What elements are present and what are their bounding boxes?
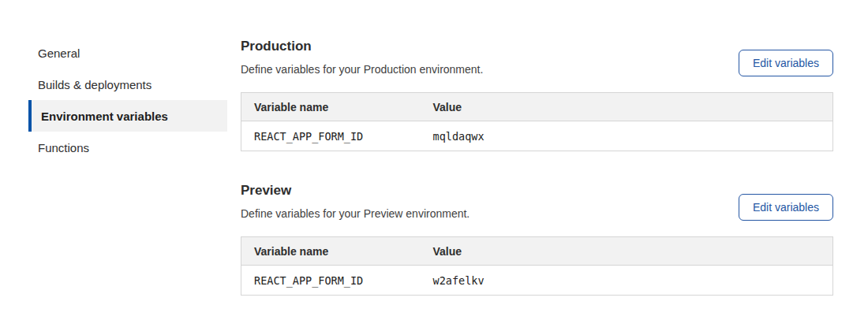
settings-sidebar: General Builds & deployments Environment…: [28, 37, 227, 296]
environment-variables-panel: Production Define variables for your Pro…: [241, 37, 833, 296]
sidebar-item-builds-deployments[interactable]: Builds & deployments: [28, 69, 227, 100]
sidebar-item-general[interactable]: General: [28, 37, 227, 69]
preview-section-description: Define variables for your Preview enviro…: [241, 207, 470, 220]
preview-section: Preview Define variables for your Previe…: [241, 181, 833, 296]
preview-variables-table: Variable name Value REACT_APP_FORM_ID w2…: [241, 236, 833, 296]
variable-value-cell: w2afelkv: [421, 266, 833, 296]
variable-value-cell: mqldaqwx: [421, 121, 833, 151]
preview-section-info: Preview Define variables for your Previe…: [241, 181, 470, 220]
column-header-value: Value: [421, 93, 833, 121]
variable-name-cell: REACT_APP_FORM_ID: [241, 121, 421, 151]
production-section-header: Production Define variables for your Pro…: [241, 37, 833, 76]
variable-name-cell: REACT_APP_FORM_ID: [241, 266, 421, 296]
production-section: Production Define variables for your Pro…: [241, 37, 833, 151]
edit-variables-button-preview[interactable]: Edit variables: [739, 194, 833, 221]
table-header-row: Variable name Value: [241, 237, 833, 266]
table-row: REACT_APP_FORM_ID w2afelkv: [241, 266, 833, 296]
production-section-info: Production Define variables for your Pro…: [241, 37, 483, 76]
column-header-variable-name: Variable name: [241, 237, 421, 266]
preview-section-header: Preview Define variables for your Previe…: [241, 181, 833, 221]
table-row: REACT_APP_FORM_ID mqldaqwx: [241, 121, 833, 151]
edit-variables-button-production[interactable]: Edit variables: [739, 50, 833, 76]
column-header-variable-name: Variable name: [241, 93, 421, 121]
settings-page: General Builds & deployments Environment…: [0, 0, 868, 296]
preview-section-title: Preview: [241, 183, 470, 199]
column-header-value: Value: [421, 237, 833, 266]
production-section-title: Production: [241, 39, 483, 54]
production-section-description: Define variables for your Production env…: [241, 63, 483, 76]
table-header-row: Variable name Value: [241, 93, 833, 121]
sidebar-item-functions[interactable]: Functions: [28, 132, 227, 163]
production-variables-table: Variable name Value REACT_APP_FORM_ID mq…: [241, 92, 833, 151]
sidebar-item-environment-variables[interactable]: Environment variables: [28, 100, 227, 132]
